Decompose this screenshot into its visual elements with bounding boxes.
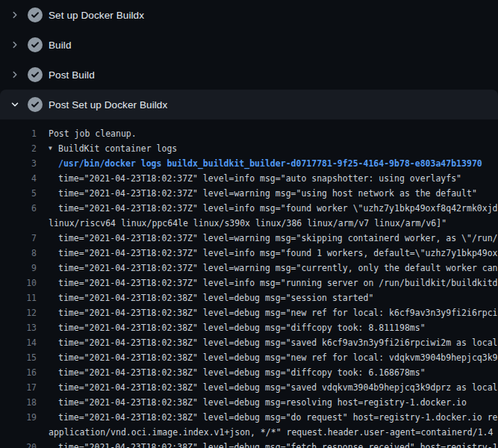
log-line-text: time="2021-04-23T18:02:37Z" level=warnin…: [58, 231, 498, 246]
log-line-text: time="2021-04-23T18:02:37Z" level=info m…: [58, 171, 461, 186]
log-line-number[interactable]: 4: [0, 171, 37, 186]
log-line-text: time="2021-04-23T18:02:38Z" level=debug …: [58, 320, 426, 335]
log-line-text: time="2021-04-23T18:02:37Z" level=info m…: [58, 246, 498, 261]
log-line: 1 ▼ Post job cleanup.: [0, 126, 498, 141]
check-circle-icon: [28, 7, 43, 22]
log-line-text: Post job cleanup.: [49, 126, 137, 141]
chevron-right-icon[interactable]: [9, 9, 21, 21]
log-line-number[interactable]: 11: [0, 290, 37, 305]
log-line-number[interactable]: 1: [0, 126, 37, 141]
log-line-text: time="2021-04-23T18:02:37Z" level=warnin…: [58, 261, 498, 276]
log-line: 17 ▼ time="2021-04-23T18:02:38Z" level=d…: [0, 380, 498, 395]
log-line-number: [0, 425, 37, 440]
log-line: 8 ▼ time="2021-04-23T18:02:37Z" level=in…: [0, 246, 498, 261]
log-line-text: time="2021-04-23T18:02:38Z" level=debug …: [58, 350, 498, 365]
log-line-number[interactable]: 15: [0, 350, 37, 365]
log-line: 15 ▼ time="2021-04-23T18:02:38Z" level=d…: [0, 350, 498, 365]
actions-log-viewer: Set up Docker Buildx Build P: [0, 0, 498, 448]
step-title: Set up Docker Buildx: [49, 10, 144, 21]
log-line-text: application/vnd.oci.image.index.v1+json,…: [49, 425, 493, 440]
log-line: 11 ▼ time="2021-04-23T18:02:38Z" level=d…: [0, 290, 498, 305]
step-header[interactable]: Build: [0, 30, 498, 60]
step-header[interactable]: Set up Docker Buildx: [0, 0, 498, 30]
log-line-text: time="2021-04-23T18:02:38Z" level=debug …: [58, 395, 467, 410]
log-line-number[interactable]: 18: [0, 395, 37, 410]
log-line-number[interactable]: 12: [0, 305, 37, 320]
log-line: 20 ▼ time="2021-04-23T18:02:38Z" level=d…: [0, 440, 498, 448]
steps-list: Set up Docker Buildx Build P: [0, 0, 498, 119]
check-circle-icon: [28, 67, 43, 82]
log-line-number: [0, 216, 37, 231]
log-line: ▼ application/vnd.oci.image.index.v1+jso…: [0, 425, 498, 440]
log-line-number[interactable]: 7: [0, 231, 37, 246]
log-line-text: time="2021-04-23T18:02:38Z" level=debug …: [58, 290, 373, 305]
log-line[interactable]: 2 ▼ BuildKit container logs: [0, 141, 498, 156]
log-line-text: /usr/bin/docker logs buildx_buildkit_bui…: [58, 156, 482, 171]
log-line-text: time="2021-04-23T18:02:38Z" level=debug …: [58, 305, 498, 320]
log-line-number[interactable]: 10: [0, 276, 37, 290]
log-area: 1 ▼ Post job cleanup. 2 ▼ BuildKit conta…: [0, 119, 498, 448]
step-title: Post Set up Docker Buildx: [49, 99, 167, 111]
check-circle-icon: [28, 37, 43, 52]
log-line: 9 ▼ time="2021-04-23T18:02:37Z" level=wa…: [0, 261, 498, 276]
log-line: 10 ▼ time="2021-04-23T18:02:37Z" level=i…: [0, 276, 498, 290]
log-line-number[interactable]: 14: [0, 335, 37, 350]
log-line-number[interactable]: 9: [0, 261, 37, 276]
log-line-number[interactable]: 3: [0, 156, 37, 171]
log-line-number[interactable]: 6: [0, 201, 37, 216]
check-circle-icon: [28, 97, 43, 112]
step-title: Build: [49, 40, 72, 51]
log-line-number[interactable]: 2: [0, 141, 37, 156]
log-line-number[interactable]: 17: [0, 380, 37, 395]
log-line-number[interactable]: 20: [0, 440, 37, 448]
log-line-text: time="2021-04-23T18:02:38Z" level=debug …: [58, 365, 426, 380]
log-line-number[interactable]: 13: [0, 320, 37, 335]
log-line-text: time="2021-04-23T18:02:38Z" level=debug …: [58, 335, 498, 350]
log-line-text: time="2021-04-23T18:02:37Z" level=info m…: [58, 276, 498, 290]
log-line-text: time="2021-04-23T18:02:38Z" level=debug …: [58, 440, 498, 448]
log-line: 14 ▼ time="2021-04-23T18:02:38Z" level=d…: [0, 335, 498, 350]
step-title: Post Build: [49, 69, 95, 81]
step-header[interactable]: Post Set up Docker Buildx: [0, 90, 498, 119]
triangle-down-icon[interactable]: ▼: [49, 141, 58, 156]
log-line: 13 ▼ time="2021-04-23T18:02:38Z" level=d…: [0, 320, 498, 335]
log-line: 4 ▼ time="2021-04-23T18:02:37Z" level=in…: [0, 171, 498, 186]
log-line-number[interactable]: 8: [0, 246, 37, 261]
chevron-down-icon[interactable]: [9, 99, 21, 111]
log-line: 16 ▼ time="2021-04-23T18:02:38Z" level=d…: [0, 365, 498, 380]
log-line: 7 ▼ time="2021-04-23T18:02:37Z" level=wa…: [0, 231, 498, 246]
log-line-text: time="2021-04-23T18:02:38Z" level=debug …: [58, 410, 498, 425]
step-header[interactable]: Post Build: [0, 60, 498, 90]
chevron-right-icon[interactable]: [9, 69, 21, 81]
log-line: 19 ▼ time="2021-04-23T18:02:38Z" level=d…: [0, 410, 498, 425]
log-line-text: linux/riscv64 linux/ppc64le linux/s390x …: [49, 216, 446, 231]
log-line-number[interactable]: 16: [0, 365, 37, 380]
log-line-text: time="2021-04-23T18:02:38Z" level=debug …: [58, 380, 498, 395]
log-line: 5 ▼ time="2021-04-23T18:02:37Z" level=wa…: [0, 186, 498, 201]
log-line-text: time="2021-04-23T18:02:37Z" level=warnin…: [58, 186, 477, 201]
log-line-number[interactable]: 5: [0, 186, 37, 201]
chevron-right-icon[interactable]: [9, 39, 21, 51]
log-line: 12 ▼ time="2021-04-23T18:02:38Z" level=d…: [0, 305, 498, 320]
log-line: 3 ▼ /usr/bin/docker logs buildx_buildkit…: [0, 156, 498, 171]
log-line-text: BuildKit container logs: [58, 141, 177, 156]
log-line: 18 ▼ time="2021-04-23T18:02:38Z" level=d…: [0, 395, 498, 410]
log-line: ▼ linux/riscv64 linux/ppc64le linux/s390…: [0, 216, 498, 231]
log-line-text: time="2021-04-23T18:02:37Z" level=info m…: [58, 201, 498, 216]
log-line: 6 ▼ time="2021-04-23T18:02:37Z" level=in…: [0, 201, 498, 216]
log-line-number[interactable]: 19: [0, 410, 37, 425]
